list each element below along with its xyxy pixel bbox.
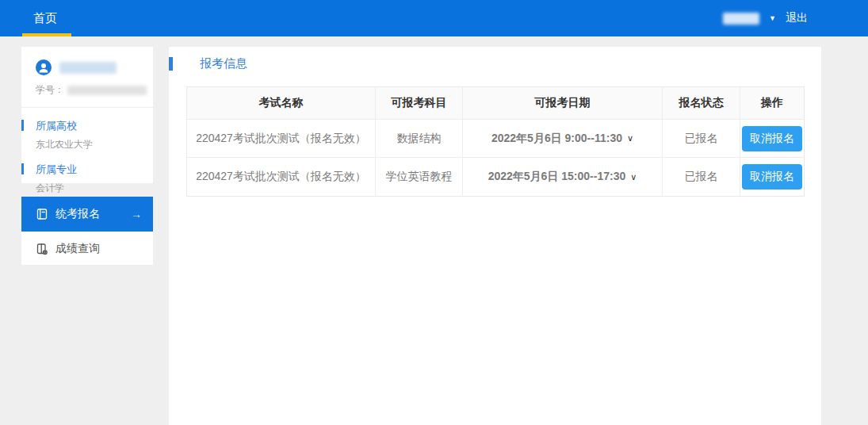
main-panel: 报考信息 考试名称 可报考科目 可报考日期 报名状态 操作 220427考试批次… <box>169 47 821 425</box>
user-menu[interactable]: ▼ 退出 <box>723 11 808 25</box>
exam-name-cell: 220427考试批次测试（报名无效） <box>187 158 376 196</box>
date-text: 2022年5月6日 15:00--17:30 <box>488 170 626 184</box>
table-row: 220427考试批次测试（报名无效） 数据结构 2022年5月6日 9:00--… <box>187 120 804 158</box>
student-name-redacted <box>59 62 117 74</box>
tab-home[interactable]: 首页 <box>22 0 68 36</box>
table-header-row: 考试名称 可报考科目 可报考日期 报名状态 操作 <box>187 87 804 120</box>
profile-divider <box>21 107 153 108</box>
student-id-redacted <box>67 86 147 95</box>
sidebar-menu: 统考报名 → 成绩查询 <box>21 197 153 265</box>
major-value: 会计学 <box>21 177 153 195</box>
subject-cell: 数据结构 <box>376 120 463 158</box>
table-row: 220427考试批次测试（报名无效） 学位英语教程 2022年5月6日 15:0… <box>187 158 804 196</box>
profile-header <box>21 47 153 75</box>
page-title: 报考信息 <box>200 56 247 71</box>
col-subject: 可报考科目 <box>376 87 463 120</box>
profile-card: 学号： 所属高校 东北农业大学 所属专业 会计学 <box>21 47 153 183</box>
top-bar: 首页 ▼ 退出 <box>0 0 868 36</box>
student-id-row: 学号： <box>21 75 153 97</box>
col-date: 可报考日期 <box>463 87 663 120</box>
col-exam-name: 考试名称 <box>187 87 376 120</box>
title-accent-bar <box>169 57 173 71</box>
cancel-registration-button[interactable]: 取消报名 <box>742 164 802 190</box>
major-block: 所属专业 会计学 <box>21 163 153 195</box>
col-action: 操作 <box>740 87 804 120</box>
page: 首页 ▼ 退出 学号： 所属高校 <box>0 0 868 425</box>
exam-name-cell: 220427考试批次测试（报名无效） <box>187 120 376 158</box>
tab-home-label: 首页 <box>33 11 57 26</box>
sidebar-item-label: 成绩查询 <box>55 242 100 256</box>
col-status: 报名状态 <box>663 87 740 120</box>
major-label: 所属专业 <box>36 163 77 177</box>
score-book-icon <box>36 243 48 255</box>
chevron-down-icon[interactable]: ∨ <box>630 172 637 182</box>
action-cell: 取消报名 <box>740 120 804 158</box>
subject-cell: 学位英语教程 <box>376 158 463 196</box>
date-text: 2022年5月6日 9:00--11:30 <box>491 132 622 146</box>
chevron-down-icon[interactable]: ▼ <box>769 15 776 22</box>
user-avatar-icon <box>36 59 52 75</box>
student-id-label: 学号： <box>36 83 64 97</box>
university-label: 所属高校 <box>36 119 77 133</box>
registration-form-icon <box>36 208 48 220</box>
sidebar-item-exam-registration[interactable]: 统考报名 → <box>21 197 153 232</box>
username-redacted <box>723 13 759 25</box>
sidebar-item-score-inquiry[interactable]: 成绩查询 <box>21 232 153 266</box>
sidebar-item-label: 统考报名 <box>55 207 100 221</box>
accent-bar <box>21 163 24 174</box>
logout-link[interactable]: 退出 <box>786 11 808 25</box>
date-dropdown[interactable]: 2022年5月6日 15:00--17:30 ∨ <box>463 158 663 196</box>
chevron-down-icon[interactable]: ∨ <box>627 133 633 144</box>
arrow-right-icon: → <box>131 208 142 220</box>
cancel-registration-button[interactable]: 取消报名 <box>742 126 802 151</box>
registration-table: 考试名称 可报考科目 可报考日期 报名状态 操作 220427考试批次测试（报名… <box>186 86 805 197</box>
tab-active-underline <box>22 33 71 36</box>
action-cell: 取消报名 <box>740 158 804 196</box>
university-block: 所属高校 东北农业大学 <box>21 119 153 151</box>
section-title: 报考信息 <box>169 56 247 71</box>
status-cell: 已报名 <box>663 158 740 196</box>
status-cell: 已报名 <box>663 120 740 158</box>
accent-bar <box>21 120 24 131</box>
date-dropdown[interactable]: 2022年5月6日 9:00--11:30 ∨ <box>463 120 663 158</box>
university-value: 东北农业大学 <box>21 133 153 151</box>
